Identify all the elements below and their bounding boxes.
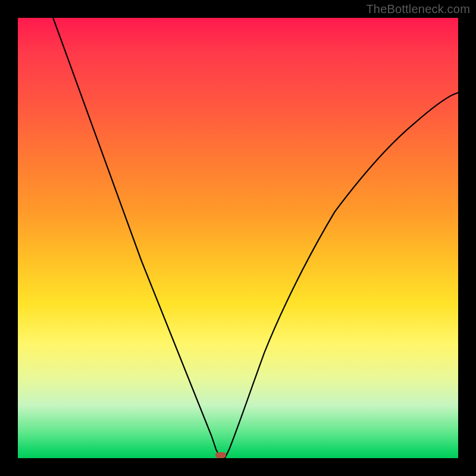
- plot-area: [18, 18, 458, 458]
- bottleneck-curve: [53, 18, 458, 458]
- chart-svg: [18, 18, 458, 458]
- minimum-marker: [215, 452, 226, 458]
- watermark-text: TheBottleneck.com: [366, 2, 470, 16]
- chart-frame: TheBottleneck.com: [0, 0, 476, 476]
